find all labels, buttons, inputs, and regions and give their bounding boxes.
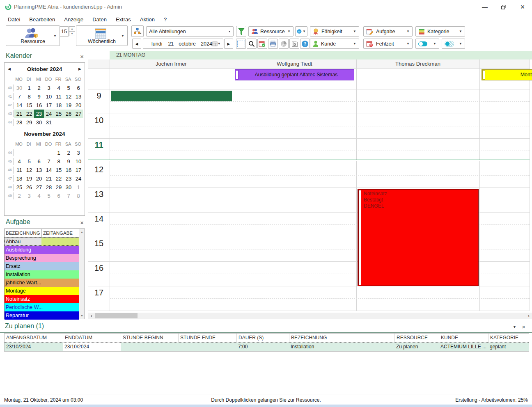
ressource-filter[interactable]: Ressource ▼ bbox=[248, 26, 294, 37]
calendar-next-icon[interactable]: ▶ bbox=[78, 67, 81, 71]
calendar-day-cell[interactable]: 26 bbox=[64, 110, 73, 118]
task-row[interactable]: Installation bbox=[5, 270, 79, 279]
zu-planen-column-header[interactable]: DAUER (S) bbox=[236, 334, 289, 342]
scroll-left-icon[interactable]: ‹ bbox=[88, 313, 95, 319]
calendar-day-cell[interactable]: 30 bbox=[34, 118, 44, 127]
montage-event[interactable]: Montage bbox=[482, 69, 532, 80]
scroll-up-icon[interactable]: ▲ bbox=[79, 229, 85, 235]
calendar-day-cell[interactable]: 2 bbox=[34, 84, 44, 92]
calendar-day-cell[interactable]: 25 bbox=[14, 183, 24, 192]
calendar-day-cell[interactable]: 28 bbox=[44, 183, 54, 192]
calendar-day-cell[interactable]: 14 bbox=[14, 101, 24, 110]
calendar-day-cell[interactable]: 6 bbox=[34, 157, 44, 166]
calendar-day-cell[interactable]: 30 bbox=[14, 84, 24, 92]
calendar-day-cell[interactable]: 2 bbox=[64, 149, 73, 157]
calendar-day-cell[interactable]: 19 bbox=[24, 174, 34, 183]
calendar-day-cell[interactable]: 21 bbox=[14, 110, 24, 118]
menu-item[interactable]: Anzeige bbox=[60, 16, 88, 23]
calendar-day-cell[interactable]: 24 bbox=[73, 174, 83, 183]
resource-count-stepper[interactable]: 15 ▲ ▼ bbox=[60, 26, 75, 37]
date-select[interactable]: lundi 21 octobre 2024 ▼ bbox=[143, 39, 223, 49]
calendar-day-cell[interactable]: 8 bbox=[73, 192, 83, 200]
calendar-day-cell[interactable]: 18 bbox=[54, 101, 64, 110]
scroll-right-icon[interactable]: › bbox=[525, 313, 532, 319]
zu-planen-column-header[interactable]: STUNDE ENDE bbox=[178, 334, 236, 342]
task-row[interactable]: Montage bbox=[5, 287, 79, 295]
aufgabe-filter[interactable]: Aufgabe ▼ bbox=[363, 26, 413, 37]
calendar-day-cell[interactable]: 11 bbox=[54, 92, 64, 101]
calendar-prev-icon[interactable]: ◀ bbox=[8, 67, 11, 71]
noteinsatz-event[interactable]: NoteinsatzBestätigtDENGEL bbox=[358, 189, 479, 286]
calendar-day-cell[interactable]: 12 bbox=[24, 166, 34, 174]
calendar-day-cell[interactable]: 13 bbox=[34, 166, 44, 174]
calendar-day-cell[interactable]: 12 bbox=[64, 92, 73, 101]
calendar-day-cell[interactable]: 15 bbox=[54, 166, 64, 174]
calendar-day-cell[interactable]: 16 bbox=[64, 166, 73, 174]
display-toggle-filter-2[interactable]: ▼ bbox=[442, 39, 465, 49]
calendar-day-cell[interactable]: 6 bbox=[54, 192, 64, 200]
counter-toggle-button[interactable]: +/- ▼ bbox=[295, 26, 307, 37]
org-chart-button[interactable] bbox=[131, 25, 144, 37]
help-button[interactable]: ? bbox=[300, 39, 310, 49]
zu-planen-column-header[interactable]: STUNDE BEGINN bbox=[121, 334, 178, 342]
calendar-day-cell[interactable]: 1 bbox=[73, 183, 83, 192]
calendar-day-cell[interactable]: 29 bbox=[24, 118, 34, 127]
calendar-day-cell[interactable]: 23 bbox=[34, 110, 44, 118]
menu-item[interactable]: Daten bbox=[88, 16, 111, 23]
menu-item[interactable]: Datei bbox=[3, 16, 25, 23]
calendar-day-cell[interactable]: 25 bbox=[54, 110, 64, 118]
goto-date-button[interactable] bbox=[257, 39, 267, 49]
calendar-day-cell[interactable]: 14 bbox=[44, 166, 54, 174]
calendar-day-cell[interactable]: 19 bbox=[64, 101, 73, 110]
kunde-filter[interactable]: Kunde ▼ bbox=[310, 39, 359, 49]
calendar-day-cell[interactable]: 8 bbox=[54, 157, 64, 166]
task-row[interactable]: Abbau bbox=[5, 238, 79, 246]
calendar-day-cell[interactable]: 7 bbox=[44, 157, 54, 166]
calendar-day-cell[interactable]: 27 bbox=[34, 183, 44, 192]
calendar-day-cell[interactable]: 30 bbox=[64, 183, 73, 192]
calendar-day-cell[interactable]: 16 bbox=[34, 101, 44, 110]
calendar-day-cell[interactable]: 17 bbox=[44, 101, 54, 110]
fehlzeit-filter[interactable]: Fehlzeit ▼ bbox=[363, 39, 413, 49]
calendar-day-cell[interactable]: 4 bbox=[14, 157, 24, 166]
search-button[interactable] bbox=[247, 39, 257, 49]
task-row[interactable]: Reparatur bbox=[5, 311, 79, 320]
view-mode-button[interactable]: ▼ Wöchentlich bbox=[76, 25, 128, 46]
resource-count-value[interactable]: 15 bbox=[60, 26, 69, 37]
calendar-day-cell[interactable]: 24 bbox=[44, 110, 54, 118]
task-row[interactable]: Ausbildung bbox=[5, 246, 79, 254]
kalender-close-icon[interactable]: × bbox=[80, 53, 84, 59]
calendar-day-cell[interactable]: 10 bbox=[73, 157, 83, 166]
calendar-day-cell[interactable]: 28 bbox=[14, 118, 24, 127]
busy-block-event[interactable] bbox=[111, 91, 232, 101]
calendar-day-cell[interactable]: 21 bbox=[44, 174, 54, 183]
zu-planen-row[interactable]: 23/10/202423/10/20247:00InstallationZu p… bbox=[5, 343, 529, 351]
task-row[interactable]: jährliche Wart... bbox=[5, 279, 79, 287]
calendar-day-cell[interactable]: 10 bbox=[44, 92, 54, 101]
calendar-day-cell[interactable]: 31 bbox=[44, 118, 54, 127]
calendar-day-cell[interactable]: 13 bbox=[73, 92, 83, 101]
calendar-day-cell[interactable]: 26 bbox=[24, 183, 34, 192]
calendar-day-cell[interactable]: 22 bbox=[54, 174, 64, 183]
prev-day-button[interactable]: ◀ bbox=[132, 39, 141, 49]
calendar-day-cell[interactable]: 7 bbox=[64, 192, 73, 200]
maximize-button[interactable] bbox=[494, 0, 513, 14]
calendar-day-cell[interactable]: 6 bbox=[73, 84, 83, 92]
calendar-day-cell[interactable]: 20 bbox=[34, 174, 44, 183]
task-row[interactable]: Noteinsatz bbox=[5, 295, 79, 303]
statistics-button[interactable] bbox=[279, 39, 289, 49]
task-row[interactable]: Besprechung bbox=[5, 254, 79, 262]
ausbildung-event[interactable]: Ausbildung geplant Alfatec Sistemas bbox=[235, 69, 354, 80]
calendar-day-cell[interactable]: 2 bbox=[14, 192, 24, 200]
menu-item[interactable]: Bearbeiten bbox=[25, 16, 60, 23]
calendar-day-cell[interactable]: 11 bbox=[14, 166, 24, 174]
minimize-button[interactable]: — bbox=[475, 0, 494, 14]
calendar-day-cell[interactable]: 3 bbox=[24, 192, 34, 200]
zu-planen-column-header[interactable]: ENDDATUM bbox=[63, 334, 121, 342]
calendar-day-cell[interactable]: 1 bbox=[54, 149, 64, 157]
print-button[interactable] bbox=[268, 39, 278, 49]
calendar-day-cell[interactable]: 5 bbox=[44, 192, 54, 200]
calendar-day-cell[interactable]: 7 bbox=[14, 92, 24, 101]
zu-planen-column-header[interactable]: KATEGORIE bbox=[488, 334, 529, 342]
chevron-down-icon[interactable]: ▼ bbox=[513, 325, 516, 329]
